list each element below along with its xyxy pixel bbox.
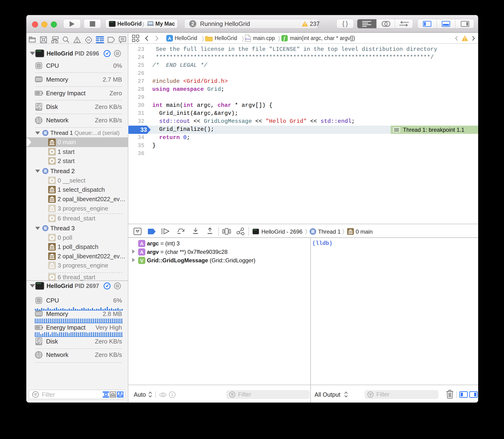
svg-text:C++: C++ (246, 38, 251, 40)
